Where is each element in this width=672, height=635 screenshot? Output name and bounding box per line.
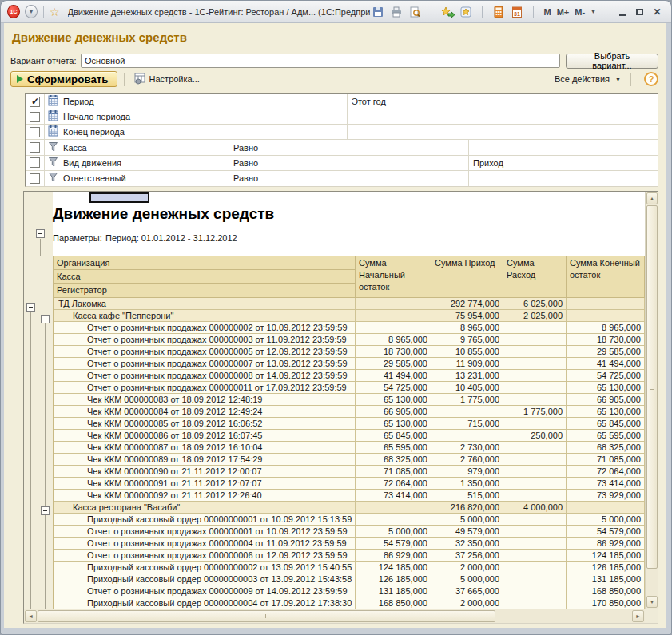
cell-expense[interactable] bbox=[503, 346, 567, 357]
cell-opening-balance[interactable]: 71 085,000 bbox=[356, 466, 431, 477]
cell-income[interactable]: 13 231,000 bbox=[431, 370, 503, 381]
collapse-group-button[interactable] bbox=[41, 506, 50, 515]
cell-closing-balance[interactable]: 54 579,000 bbox=[567, 526, 645, 537]
cell-registrator[interactable]: Приходный кассовый ордер 00000000002 от … bbox=[54, 562, 356, 573]
cell-registrator[interactable]: Чек ККМ 000000084 от 18.09.2012 12:49:24 bbox=[54, 406, 356, 417]
cell-closing-balance[interactable] bbox=[567, 502, 645, 513]
cell-income[interactable]: 49 579,000 bbox=[431, 526, 503, 537]
report-variant-input[interactable]: Основной bbox=[81, 54, 560, 68]
report-row[interactable]: Чек ККМ 000000084 от 18.09.2012 12:49:24… bbox=[54, 406, 645, 418]
report-row[interactable]: Отчет о розничных продажах 000000011 от … bbox=[54, 382, 645, 394]
cell-closing-balance[interactable]: 65 130,000 bbox=[567, 406, 645, 417]
cell-registrator[interactable]: Отчет о розничных продажах 000000003 от … bbox=[54, 334, 356, 345]
cell-expense[interactable] bbox=[503, 442, 567, 453]
report-row[interactable]: Чек ККМ 000000085 от 18.09.2012 16:06:52… bbox=[54, 418, 645, 430]
print-icon[interactable] bbox=[388, 5, 404, 19]
filter-checkbox[interactable] bbox=[30, 142, 40, 153]
cell-registrator[interactable]: Отчет о розничных продажах 000000009 от … bbox=[54, 585, 356, 597]
cell-opening-balance[interactable]: 54 579,000 bbox=[356, 538, 431, 549]
filter-checkbox[interactable] bbox=[30, 97, 40, 107]
report-row[interactable]: Чек ККМ 000000086 от 18.09.2012 16:07:45… bbox=[54, 430, 645, 442]
cell-expense[interactable] bbox=[503, 466, 567, 477]
filter-checkbox[interactable] bbox=[30, 112, 40, 122]
cell-opening-balance[interactable]: 73 414,000 bbox=[356, 490, 431, 501]
cell-closing-balance[interactable]: 170 850,000 bbox=[567, 597, 645, 609]
scroll-down-button[interactable]: ▼ bbox=[646, 596, 658, 608]
cell-expense[interactable] bbox=[503, 526, 567, 537]
report-row[interactable]: Отчет о розничных продажах 000000002 от … bbox=[54, 322, 645, 334]
cell-opening-balance[interactable]: 29 585,000 bbox=[356, 358, 431, 369]
report-row[interactable]: Отчет о розничных продажах 000000001 от … bbox=[54, 526, 645, 538]
filter-checkbox[interactable] bbox=[30, 157, 40, 168]
cell-registrator[interactable]: Чек ККМ 000000083 от 18.09.2012 12:48:19 bbox=[54, 394, 356, 405]
report-row[interactable]: Отчет о розничных продажах 000000004 от … bbox=[54, 538, 645, 550]
cell-opening-balance[interactable] bbox=[356, 502, 431, 513]
cell-opening-balance[interactable] bbox=[356, 310, 431, 321]
maximize-button[interactable] bbox=[632, 6, 647, 18]
cell-income[interactable]: 75 954,000 bbox=[431, 310, 503, 321]
print-preview-icon[interactable] bbox=[407, 5, 423, 19]
cell-closing-balance[interactable]: 54 725,000 bbox=[567, 370, 645, 381]
report-row[interactable]: Приходный кассовый ордер 00000000001 от … bbox=[54, 514, 645, 526]
vertical-scroll-thumb[interactable] bbox=[646, 205, 658, 569]
report-row[interactable]: Приходный кассовый ордер 00000000003 от … bbox=[54, 573, 645, 585]
filter-checkbox[interactable] bbox=[30, 173, 40, 184]
cell-income[interactable]: 37 665,000 bbox=[431, 585, 503, 597]
cell-expense[interactable] bbox=[503, 454, 567, 465]
cell-expense[interactable] bbox=[503, 370, 567, 381]
cell-income[interactable]: 32 350,000 bbox=[431, 538, 503, 549]
horizontal-scroll-thumb[interactable] bbox=[38, 610, 495, 622]
favorites-manage-icon[interactable] bbox=[458, 5, 474, 19]
cell-expense[interactable] bbox=[503, 597, 567, 609]
cell-expense[interactable] bbox=[503, 478, 567, 489]
filter-checkbox[interactable] bbox=[30, 127, 40, 137]
cell-registrator[interactable]: Чек ККМ 000000089 от 18.09.2012 17:54:29 bbox=[54, 454, 356, 465]
cell-expense[interactable]: 4 000,000 bbox=[503, 502, 567, 513]
cell-registrator[interactable]: Чек ККМ 000000092 от 21.11.2012 12:26:40 bbox=[54, 490, 356, 501]
calculator-icon[interactable] bbox=[491, 5, 507, 19]
cell-income[interactable]: 1 775,000 bbox=[431, 394, 503, 405]
filter-row-вид-движения[interactable]: Вид движенияРавноПриход bbox=[26, 156, 658, 171]
minimize-button[interactable] bbox=[614, 6, 630, 18]
cell-expense[interactable]: 6 025,000 bbox=[503, 298, 567, 309]
report-row[interactable]: Чек ККМ 000000091 от 21.11.2012 12:07:07… bbox=[54, 478, 645, 490]
cell-opening-balance[interactable]: 66 905,000 bbox=[356, 406, 431, 417]
add-to-favorites-icon[interactable] bbox=[439, 5, 455, 19]
cell-opening-balance[interactable]: 131 185,000 bbox=[356, 585, 431, 597]
report-row[interactable]: Отчет о розничных продажах 000000009 от … bbox=[54, 585, 645, 597]
cell-income[interactable]: 1 350,000 bbox=[431, 478, 503, 489]
cell-expense[interactable] bbox=[503, 585, 567, 597]
cell-closing-balance[interactable]: 8 965,000 bbox=[567, 322, 645, 333]
report-group-row[interactable]: ТД Лакомка292 774,0006 025,000 bbox=[54, 298, 645, 310]
favorites-star-icon[interactable]: ☆ bbox=[50, 6, 60, 18]
generate-button[interactable]: Сформировать bbox=[10, 71, 117, 87]
cell-income[interactable] bbox=[431, 406, 503, 417]
cell-income[interactable]: 37 256,000 bbox=[431, 550, 503, 561]
settings-button[interactable]: Настройка... bbox=[131, 71, 203, 87]
cell-opening-balance[interactable]: 124 185,000 bbox=[356, 562, 431, 573]
save-icon[interactable] bbox=[370, 5, 386, 19]
cell-expense[interactable] bbox=[503, 394, 567, 405]
cell-registrator[interactable]: Чек ККМ 000000091 от 21.11.2012 12:07:07 bbox=[54, 478, 356, 489]
cell-expense[interactable] bbox=[503, 562, 567, 573]
cell-closing-balance[interactable]: 168 850,000 bbox=[567, 585, 645, 597]
cell-registrator[interactable]: Отчет о розничных продажах 000000005 от … bbox=[54, 346, 356, 357]
cell-closing-balance[interactable]: 66 905,000 bbox=[567, 394, 645, 405]
cell-income[interactable]: 292 774,000 bbox=[431, 298, 503, 309]
cell-expense[interactable] bbox=[503, 573, 567, 585]
memory-plus-button[interactable]: M+ bbox=[555, 7, 571, 17]
cell-expense[interactable]: 2 025,000 bbox=[503, 310, 567, 321]
report-row[interactable]: Чек ККМ 000000090 от 21.11.2012 12:00:07… bbox=[54, 466, 645, 478]
cell-opening-balance[interactable] bbox=[356, 322, 431, 333]
scroll-left-button[interactable]: ◄ bbox=[25, 610, 37, 622]
filter-row-касса[interactable]: КассаРавно bbox=[26, 140, 658, 155]
cell-closing-balance[interactable]: 71 085,000 bbox=[567, 454, 645, 465]
cell-registrator[interactable]: Касса ресторана "Васаби" bbox=[54, 502, 356, 513]
cell-income[interactable]: 2 000,000 bbox=[431, 597, 503, 609]
cell-income[interactable] bbox=[431, 430, 503, 441]
cell-registrator[interactable]: Отчет о розничных продажах 000000006 от … bbox=[54, 550, 356, 561]
filter-condition-cell[interactable]: Равно bbox=[229, 140, 469, 154]
cell-registrator[interactable]: Приходный кассовый ордер 00000000004 от … bbox=[54, 597, 356, 609]
cell-registrator[interactable]: Приходный кассовый ордер 00000000003 от … bbox=[54, 573, 356, 585]
cell-closing-balance[interactable]: 73 414,000 bbox=[567, 478, 645, 489]
